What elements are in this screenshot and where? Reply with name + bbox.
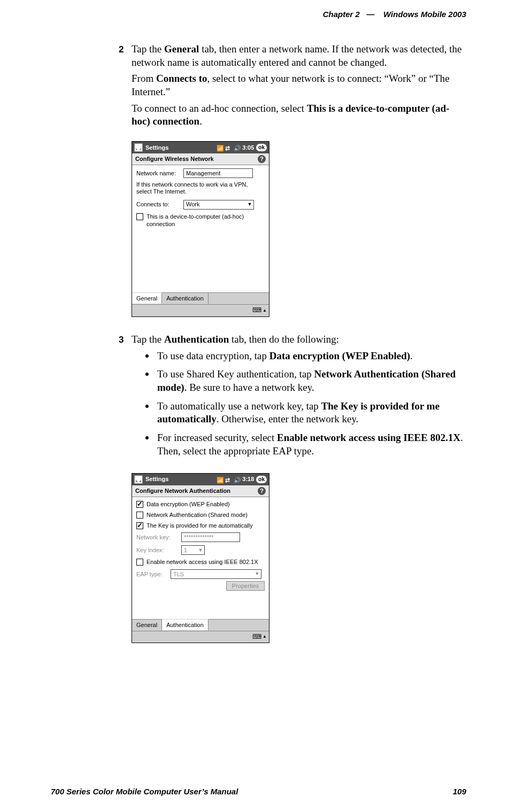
adhoc-label: This is a device-to-computer (ad-hoc) co… (146, 213, 265, 228)
connects-to-value: Work (186, 200, 199, 208)
autokey-checkbox[interactable] (136, 522, 143, 529)
sip-keyboard-icon[interactable]: ⌨ ▲ (252, 306, 267, 315)
vpn-hint-text: If this network connects to work via a V… (136, 181, 265, 195)
network-key-input[interactable] (181, 532, 240, 542)
signal-icon: 📶 (217, 476, 223, 483)
start-flag-icon[interactable] (134, 475, 143, 484)
network-key-label: Network key: (136, 533, 178, 541)
key-index-label: Key index: (136, 546, 178, 554)
eap-type-select[interactable]: TLS ▼ (171, 569, 261, 579)
ok-button[interactable]: ok (256, 144, 267, 151)
mock2-titlebar: Settings 📶 ⇄ 🔊 3:18 ok (132, 474, 269, 485)
connectivity-icon: ⇄ (225, 476, 232, 483)
step-3: 3 Tap the Authentication tab, then do th… (119, 333, 466, 463)
step2-para3: To connect to an ad-hoc connection, sele… (132, 102, 466, 128)
em-dash: — (366, 10, 374, 19)
step2-para2: From Connects to, select to what your ne… (132, 72, 466, 98)
chevron-down-icon: ▼ (246, 202, 253, 208)
eap-type-label: EAP type: (136, 570, 167, 578)
screenshot-configure-wireless: Settings 📶 ⇄ 🔊 3:05 ok Configure Wireles… (132, 141, 269, 317)
network-name-label: Network name: (136, 169, 180, 177)
adhoc-checkbox[interactable] (136, 213, 143, 220)
step2-para1: Tap the General tab, then enter a networ… (132, 43, 466, 69)
mock1-subtitle-bar: Configure Wireless Network ? (132, 153, 269, 165)
chevron-down-icon: ▼ (197, 547, 204, 554)
eap-type-value: TLS (173, 570, 184, 578)
tab-authentication[interactable]: Authentication (162, 619, 209, 630)
help-icon[interactable]: ? (258, 487, 266, 495)
start-flag-icon[interactable] (134, 143, 143, 152)
bullet-8021x: For increased security, select Enable ne… (144, 431, 466, 458)
autokey-label: The Key is provided for me automatically (146, 522, 253, 529)
connects-to-select[interactable]: Work ▼ (183, 200, 254, 210)
wep-label: Data encryption (WEP Enabled) (146, 500, 230, 508)
signal-icon: 📶 (217, 144, 223, 151)
mock1-tabs: General Authentication (132, 292, 269, 304)
mock1-title: Settings (145, 144, 168, 151)
step-2: 2 Tap the General tab, then enter a netw… (119, 43, 466, 132)
bullet-wep: To use data encryption, tap Data encrypt… (144, 350, 466, 363)
connectivity-icon: ⇄ (225, 144, 232, 151)
mock2-tabs: General Authentication (132, 619, 269, 631)
bullet-autokey: To automatically use a network key, tap … (144, 400, 466, 426)
mock1-clock: 3:05 (242, 144, 254, 151)
ieee8021x-checkbox[interactable] (136, 559, 143, 566)
speaker-icon: 🔊 (234, 476, 240, 483)
page-number: 109 (453, 787, 466, 796)
running-header: Chapter 2 — Windows Mobile 2003 (323, 10, 466, 19)
step3-para: Tap the Authentication tab, then do the … (132, 333, 466, 346)
ieee8021x-label: Enable network access using IEEE 802.1X (146, 558, 258, 566)
mock2-subtitle-bar: Configure Network Authentication ? (132, 485, 269, 497)
chapter-number: 2 (356, 10, 360, 19)
mock2-subtitle: Configure Network Authentication (135, 487, 230, 494)
mock1-titlebar: Settings 📶 ⇄ 🔊 3:05 ok (132, 142, 269, 153)
tab-authentication[interactable]: Authentication (162, 293, 209, 304)
step-number-2: 2 (119, 43, 132, 132)
chevron-down-icon: ▼ (253, 571, 261, 577)
help-icon[interactable]: ? (258, 155, 266, 163)
footer-title: 700 Series Color Mobile Computer User’s … (51, 787, 238, 796)
key-index-value: 1 (184, 546, 187, 554)
step3-bullets: To use data encryption, tap Data encrypt… (144, 350, 466, 458)
mock2-clock: 3:18 (242, 475, 254, 483)
screenshot-configure-authentication: Settings 📶 ⇄ 🔊 3:18 ok Configure Network… (132, 473, 269, 644)
tab-general[interactable]: General (132, 292, 162, 304)
ok-button[interactable]: ok (256, 476, 267, 483)
shared-checkbox[interactable] (136, 512, 143, 519)
page-footer: 700 Series Color Mobile Computer User’s … (51, 787, 466, 796)
mock1-subtitle: Configure Wireless Network (135, 155, 214, 163)
bullet-shared: To use Shared Key authentication, tap Ne… (144, 368, 466, 394)
tab-general[interactable]: General (132, 620, 162, 631)
speaker-icon: 🔊 (234, 144, 240, 151)
key-index-select[interactable]: 1 ▼ (181, 545, 205, 555)
sip-keyboard-icon[interactable]: ⌨ ▲ (252, 633, 267, 641)
header-title: Windows Mobile 2003 (383, 10, 466, 19)
step-number-3: 3 (119, 333, 132, 463)
wep-checkbox[interactable] (136, 501, 143, 508)
properties-button[interactable]: Properties (226, 581, 265, 591)
chapter-label: Chapter (323, 10, 353, 19)
shared-label: Network Authentication (Shared mode) (146, 511, 248, 519)
connects-to-label: Connects to: (136, 200, 180, 208)
mock2-title: Settings (145, 475, 168, 483)
network-name-input[interactable] (183, 168, 253, 178)
